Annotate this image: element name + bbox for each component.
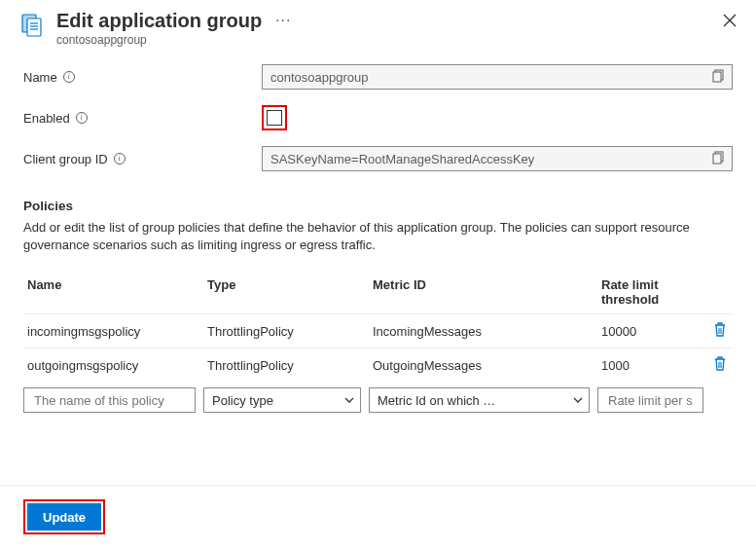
copy-icon[interactable] bbox=[712, 69, 728, 85]
svg-rect-1 bbox=[27, 18, 41, 36]
client-group-id-label-text: Client group ID bbox=[23, 152, 108, 166]
panel-header: Edit application group ··· contosoappgro… bbox=[0, 0, 756, 53]
new-policy-type-label: Policy type bbox=[212, 393, 273, 408]
new-policy-metric-select[interactable]: Metric Id on which … bbox=[369, 387, 590, 413]
app-group-icon bbox=[18, 10, 47, 39]
client-group-id-field: SASKeyName=RootManageSharedAccessKey bbox=[262, 146, 733, 171]
close-icon[interactable] bbox=[723, 14, 737, 27]
client-group-id-value: SASKeyName=RootManageSharedAccessKey bbox=[270, 152, 534, 166]
col-name: Name bbox=[27, 277, 207, 307]
enabled-label-text: Enabled bbox=[23, 111, 70, 126]
policies-table: Name Type Metric ID Rate limit threshold… bbox=[23, 272, 733, 413]
panel-footer: Update bbox=[0, 485, 756, 550]
cell-type: ThrottlingPolicy bbox=[207, 324, 373, 339]
info-icon[interactable]: i bbox=[114, 153, 126, 165]
more-menu-icon[interactable]: ··· bbox=[275, 12, 291, 29]
copy-icon[interactable] bbox=[712, 151, 728, 166]
cell-metric-id: IncomingMessages bbox=[373, 324, 601, 339]
name-label: Name i bbox=[23, 70, 262, 85]
new-policy-name-input[interactable] bbox=[23, 387, 196, 413]
svg-rect-6 bbox=[713, 72, 721, 82]
cell-type: ThrottlingPolicy bbox=[207, 358, 373, 373]
chevron-down-icon bbox=[573, 397, 583, 403]
page-title: Edit application group bbox=[56, 10, 262, 31]
enabled-label: Enabled i bbox=[23, 111, 262, 126]
info-icon[interactable]: i bbox=[76, 112, 88, 124]
row-client-group-id: Client group ID i SASKeyName=RootManageS… bbox=[23, 146, 733, 171]
col-type: Type bbox=[207, 277, 373, 307]
svg-rect-8 bbox=[713, 154, 721, 164]
cell-threshold: 1000 bbox=[601, 358, 700, 373]
cell-name: incomingmsgspolicy bbox=[27, 324, 207, 339]
name-value: contosoappgroup bbox=[270, 70, 368, 85]
col-metric-id: Metric ID bbox=[373, 277, 601, 307]
update-button[interactable]: Update bbox=[27, 503, 101, 531]
enabled-checkbox[interactable] bbox=[267, 110, 282, 126]
col-threshold: Rate limit threshold bbox=[601, 277, 700, 307]
update-button-highlight: Update bbox=[23, 499, 105, 534]
cell-metric-id: OutgoingMessages bbox=[373, 358, 601, 373]
delete-icon[interactable] bbox=[713, 356, 729, 374]
enabled-checkbox-highlight bbox=[262, 105, 287, 130]
form-area: Name i contosoappgroup Enabled i Client … bbox=[0, 53, 756, 426]
table-row: incomingmsgspolicy ThrottlingPolicy Inco… bbox=[23, 313, 733, 348]
policies-heading: Policies bbox=[23, 199, 733, 213]
new-policy-threshold-field[interactable] bbox=[606, 392, 695, 409]
name-field: contosoappgroup bbox=[262, 64, 733, 90]
delete-icon[interactable] bbox=[713, 322, 729, 340]
row-name: Name i contosoappgroup bbox=[23, 64, 733, 90]
policies-new-row: Policy type Metric Id on which … bbox=[23, 382, 733, 413]
new-policy-name-field[interactable] bbox=[32, 392, 187, 409]
cell-threshold: 10000 bbox=[601, 324, 700, 339]
policies-description: Add or edit the list of group policies t… bbox=[23, 219, 704, 254]
new-policy-threshold-input[interactable] bbox=[597, 387, 703, 413]
page-subtitle: contosoappgroup bbox=[56, 33, 711, 47]
info-icon[interactable]: i bbox=[63, 71, 75, 83]
client-group-id-label: Client group ID i bbox=[23, 152, 262, 166]
new-policy-metric-label: Metric Id on which … bbox=[378, 393, 495, 408]
table-row: outgoingmsgspolicy ThrottlingPolicy Outg… bbox=[23, 348, 733, 382]
row-enabled: Enabled i bbox=[23, 105, 733, 130]
cell-name: outgoingmsgspolicy bbox=[27, 358, 207, 373]
chevron-down-icon bbox=[344, 397, 354, 403]
policies-table-header: Name Type Metric ID Rate limit threshold bbox=[23, 272, 733, 313]
name-label-text: Name bbox=[23, 70, 57, 85]
new-policy-type-select[interactable]: Policy type bbox=[203, 387, 361, 413]
